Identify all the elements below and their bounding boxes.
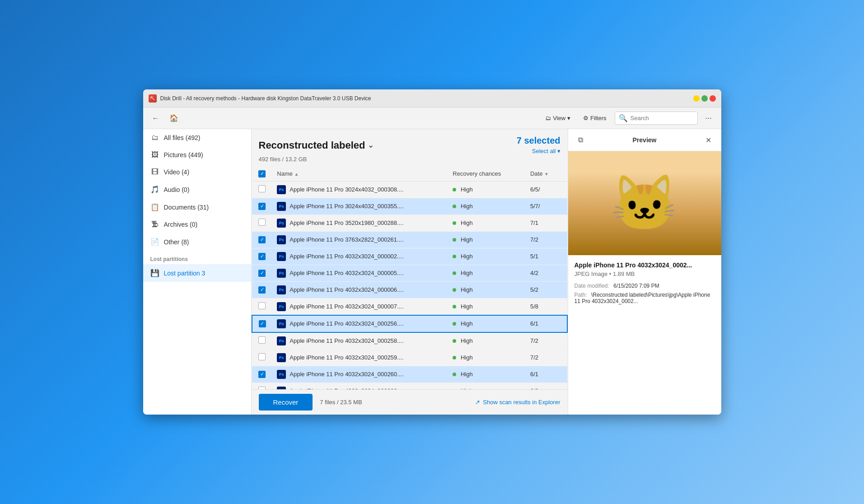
row-recovery-cell: High — [448, 215, 526, 231]
row-filename: Apple iPhone 11 Pro 4032x3024_000002.... — [290, 253, 403, 260]
row-checkbox-cell[interactable]: ✓ — [252, 265, 273, 281]
sidebar-item-label: All files (492) — [164, 134, 201, 141]
recovery-value: High — [461, 219, 473, 226]
select-all-checkbox[interactable]: ✓ — [258, 170, 266, 177]
home-button[interactable]: 🏠 — [167, 111, 181, 126]
sidebar-item-documents[interactable]: 📋 Documents (31) — [143, 198, 251, 216]
row-recovery-cell: High — [448, 181, 526, 198]
row-checkbox-cell[interactable]: ✓ — [252, 281, 273, 298]
row-checkbox[interactable]: ✓ — [258, 236, 266, 243]
sidebar-item-video[interactable]: 🎞 Video (4) — [143, 163, 251, 181]
row-checkbox[interactable]: ✓ — [258, 286, 266, 294]
filters-button[interactable]: ⚙ Filters — [579, 112, 611, 124]
sidebar-item-label: Documents (31) — [164, 204, 209, 211]
row-recovery-cell: High — [448, 198, 526, 215]
row-checkbox-cell[interactable] — [252, 215, 273, 231]
table-row[interactable]: Ps Apple iPhone 11 Pro 4032x3024_000007.… — [252, 298, 567, 315]
row-recovery-cell: High — [448, 265, 526, 281]
show-in-explorer-button[interactable]: ↗ Show scan results in Explorer — [475, 399, 560, 406]
back-button[interactable]: ← — [149, 111, 163, 126]
select-all-button[interactable]: Select all ▾ — [532, 148, 560, 154]
title-dropdown-icon[interactable]: ⌄ — [368, 141, 374, 149]
row-checkbox-cell[interactable] — [252, 349, 273, 366]
row-checkbox-cell[interactable] — [252, 332, 273, 350]
row-filename: Apple iPhone 11 Pro 4032x3024_000258.... — [290, 337, 403, 344]
view-button[interactable]: 🗂 View ▾ — [541, 112, 575, 124]
row-checkbox-cell[interactable]: ✓ — [252, 198, 273, 215]
row-checkbox-cell[interactable] — [252, 181, 273, 198]
preview-info: Apple iPhone 11 Pro 4032x3024_0002... JP… — [568, 255, 721, 313]
row-name-cell: Ps Apple iPhone 11 Pro 4032x3024_000262.… — [272, 383, 448, 389]
table-row[interactable]: ✓ Ps Apple iPhone 11 Pro 3024x4032_00035… — [252, 198, 567, 215]
row-checkbox[interactable]: ✓ — [258, 371, 266, 378]
row-checkbox[interactable]: ✓ — [258, 253, 266, 260]
table-row[interactable]: Ps Apple iPhone 11 Pro 4032x3024_000258.… — [252, 332, 567, 350]
row-checkbox-cell[interactable]: ✓ — [252, 315, 273, 332]
row-checkbox[interactable] — [258, 353, 266, 360]
sidebar-item-all-files[interactable]: 🗂 All files (492) — [143, 129, 251, 146]
preview-title: Preview — [633, 136, 657, 144]
sidebar: 🗂 All files (492) 🖼 Pictures (449) 🎞 Vid… — [143, 129, 252, 415]
maximize-button[interactable]: □ — [701, 95, 708, 102]
table-row[interactable]: ✓ Ps Apple iPhone 11 Pro 4032x3024_00000… — [252, 248, 567, 265]
preview-image — [568, 151, 721, 255]
row-name-cell: Ps Apple iPhone 11 Pro 3763x2822_000261.… — [272, 231, 448, 248]
recovery-value: High — [461, 354, 473, 361]
recovery-dot — [453, 255, 456, 258]
sidebar-item-audio[interactable]: 🎵 Audio (0) — [143, 181, 251, 198]
row-recovery-cell: High — [448, 248, 526, 265]
preview-file-type: JPEG Image • 1.89 MB — [574, 271, 715, 277]
row-name-cell: Ps Apple iPhone 11 Pro 4032x3024_000256.… — [272, 315, 448, 332]
row-checkbox[interactable] — [258, 336, 266, 344]
row-checkbox[interactable] — [258, 219, 266, 226]
copy-button[interactable]: ⧉ — [574, 134, 587, 146]
recovery-dot — [453, 373, 456, 376]
row-checkbox[interactable] — [258, 302, 266, 309]
row-checkbox[interactable]: ✓ — [258, 270, 266, 277]
row-date-cell: 6/1 — [526, 366, 567, 383]
toolbar-right: 🗂 View ▾ ⚙ Filters 🔍 ··· — [541, 111, 715, 126]
preview-date-modified: Date modified: 6/15/2020 7:09 PM — [574, 283, 715, 289]
close-button[interactable]: ✕ — [710, 95, 716, 102]
row-date-cell: 6/5/ — [526, 181, 567, 198]
row-checkbox[interactable] — [258, 185, 266, 192]
table-row[interactable]: Ps Apple iPhone 11 Pro 3520x1980_000288.… — [252, 215, 567, 231]
row-checkbox-cell[interactable] — [252, 383, 273, 389]
row-checkbox-cell[interactable]: ✓ — [252, 248, 273, 265]
table-row[interactable]: ✓ Ps Apple iPhone 11 Pro 3763x2822_00026… — [252, 231, 567, 248]
sidebar-item-archives[interactable]: 🗜 Archives (0) — [143, 216, 251, 233]
window-controls[interactable]: ─ □ ✕ — [693, 95, 716, 102]
table-row[interactable]: Ps Apple iPhone 11 Pro 3024x4032_000308.… — [252, 181, 567, 198]
table-row[interactable]: ✓ Ps Apple iPhone 11 Pro 4032x3024_00000… — [252, 281, 567, 298]
table-row[interactable]: Ps Apple iPhone 11 Pro 4032x3024_000259.… — [252, 349, 567, 366]
preview-header: ⧉ Preview ✕ — [568, 129, 721, 151]
search-icon: 🔍 — [619, 114, 628, 122]
close-preview-button[interactable]: ✕ — [702, 134, 715, 146]
video-icon: 🎞 — [150, 168, 159, 176]
row-filename: Apple iPhone 11 Pro 4032x3024_000007.... — [290, 303, 403, 310]
app-icon: ⛏ — [149, 94, 157, 103]
sidebar-item-pictures[interactable]: 🖼 Pictures (449) — [143, 146, 251, 163]
more-options-button[interactable]: ··· — [701, 111, 716, 126]
file-table-container[interactable]: ✓ Name ▲ Recovery chances Date — [252, 166, 568, 389]
table-row[interactable]: Ps Apple iPhone 11 Pro 4032x3024_000262.… — [252, 383, 567, 389]
minimize-button[interactable]: ─ — [693, 95, 700, 102]
table-row[interactable]: ✓ Ps Apple iPhone 11 Pro 4032x3024_00000… — [252, 265, 567, 281]
audio-icon: 🎵 — [150, 185, 159, 194]
row-name-cell: Ps Apple iPhone 11 Pro 4032x3024_000260.… — [272, 366, 448, 383]
recovery-dot — [453, 271, 456, 275]
recovery-dot — [453, 188, 456, 191]
row-checkbox-cell[interactable]: ✓ — [252, 366, 273, 383]
search-input[interactable] — [630, 115, 694, 121]
search-box[interactable]: 🔍 — [615, 112, 698, 125]
sidebar-item-other[interactable]: 📄 Other (8) — [143, 233, 251, 251]
row-checkbox-cell[interactable] — [252, 298, 273, 315]
table-row[interactable]: ✓ Ps Apple iPhone 11 Pro 4032x3024_00025… — [252, 315, 567, 332]
row-checkbox[interactable]: ✓ — [259, 320, 266, 327]
table-row[interactable]: ✓ Ps Apple iPhone 11 Pro 4032x3024_00026… — [252, 366, 567, 383]
sidebar-item-lost-partition-3[interactable]: 💾 Lost partition 3 — [143, 264, 251, 282]
row-checkbox[interactable]: ✓ — [258, 203, 266, 210]
recover-button[interactable]: Recover — [259, 394, 313, 411]
row-checkbox-cell[interactable]: ✓ — [252, 231, 273, 248]
documents-icon: 📋 — [150, 203, 159, 211]
